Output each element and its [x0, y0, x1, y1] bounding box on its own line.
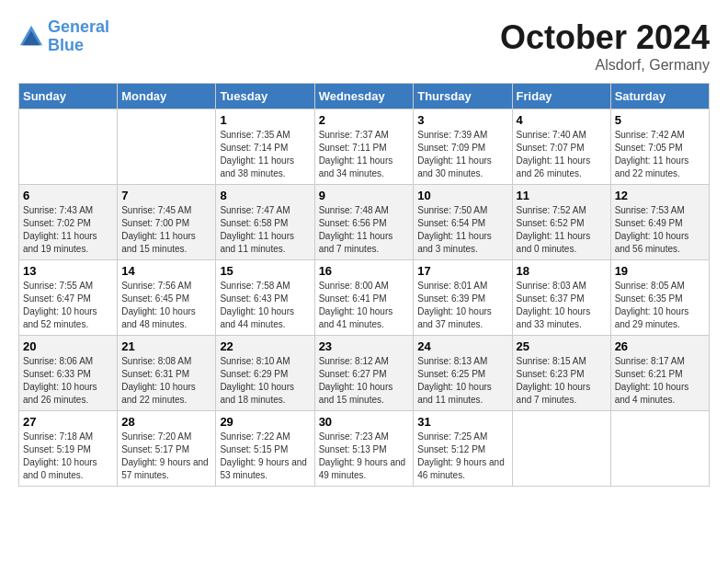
day-cell: 26Sunrise: 8:17 AMSunset: 6:21 PMDayligh… — [610, 336, 709, 411]
day-info: Sunrise: 8:01 AMSunset: 6:39 PMDaylight:… — [417, 280, 507, 331]
header-cell-sunday: Sunday — [19, 84, 118, 109]
day-info: Sunrise: 7:42 AMSunset: 7:05 PMDaylight:… — [615, 129, 705, 180]
day-number: 26 — [615, 339, 705, 353]
day-cell: 16Sunrise: 8:00 AMSunset: 6:41 PMDayligh… — [314, 260, 414, 336]
day-number: 16 — [319, 264, 410, 278]
day-cell: 20Sunrise: 8:06 AMSunset: 6:33 PMDayligh… — [19, 336, 118, 411]
day-number: 27 — [23, 415, 113, 429]
day-info: Sunrise: 8:08 AMSunset: 6:31 PMDaylight:… — [121, 355, 211, 407]
day-cell: 15Sunrise: 7:58 AMSunset: 6:43 PMDayligh… — [216, 260, 314, 336]
header-cell-monday: Monday — [118, 84, 216, 109]
day-info: Sunrise: 8:17 AMSunset: 6:21 PMDaylight:… — [615, 355, 705, 407]
day-number: 13 — [23, 264, 113, 278]
day-cell: 13Sunrise: 7:55 AMSunset: 6:47 PMDayligh… — [19, 260, 118, 336]
day-number: 24 — [417, 339, 507, 353]
day-cell: 8Sunrise: 7:47 AMSunset: 6:58 PMDaylight… — [216, 185, 314, 260]
day-info: Sunrise: 7:56 AMSunset: 6:45 PMDaylight:… — [121, 280, 211, 331]
day-cell: 2Sunrise: 7:37 AMSunset: 7:11 PMDaylight… — [314, 109, 414, 185]
day-cell — [19, 109, 118, 185]
day-info: Sunrise: 7:43 AMSunset: 7:02 PMDaylight:… — [23, 204, 113, 256]
day-cell: 17Sunrise: 8:01 AMSunset: 6:39 PMDayligh… — [414, 260, 512, 336]
day-number: 3 — [417, 113, 507, 127]
day-number: 6 — [23, 189, 113, 202]
day-info: Sunrise: 8:06 AMSunset: 6:33 PMDaylight:… — [23, 355, 113, 407]
header-cell-friday: Friday — [512, 84, 610, 109]
page-header: General Blue October 2024 Alsdorf, Germa… — [18, 18, 710, 74]
day-cell: 10Sunrise: 7:50 AMSunset: 6:54 PMDayligh… — [414, 185, 512, 260]
day-info: Sunrise: 8:10 AMSunset: 6:29 PMDaylight:… — [220, 355, 310, 407]
day-info: Sunrise: 7:37 AMSunset: 7:11 PMDaylight:… — [319, 129, 410, 180]
day-cell: 5Sunrise: 7:42 AMSunset: 7:05 PMDaylight… — [610, 109, 709, 185]
day-number: 21 — [121, 339, 211, 353]
day-info: Sunrise: 7:58 AMSunset: 6:43 PMDaylight:… — [220, 280, 310, 331]
title-block: October 2024 Alsdorf, Germany — [500, 18, 710, 74]
header-cell-tuesday: Tuesday — [216, 84, 314, 109]
day-number: 20 — [23, 339, 113, 353]
day-info: Sunrise: 8:15 AMSunset: 6:23 PMDaylight:… — [517, 355, 607, 407]
day-info: Sunrise: 7:47 AMSunset: 6:58 PMDaylight:… — [220, 204, 310, 256]
day-cell: 29Sunrise: 7:22 AMSunset: 5:15 PMDayligh… — [216, 411, 314, 487]
day-cell — [512, 411, 610, 487]
day-info: Sunrise: 7:52 AMSunset: 6:52 PMDaylight:… — [517, 204, 607, 256]
day-cell: 11Sunrise: 7:52 AMSunset: 6:52 PMDayligh… — [512, 185, 610, 260]
day-cell: 21Sunrise: 8:08 AMSunset: 6:31 PMDayligh… — [118, 336, 216, 411]
day-info: Sunrise: 8:12 AMSunset: 6:27 PMDaylight:… — [319, 355, 410, 407]
day-number: 14 — [121, 264, 211, 278]
week-row-2: 6Sunrise: 7:43 AMSunset: 7:02 PMDaylight… — [19, 185, 710, 260]
day-number: 19 — [615, 264, 705, 278]
day-number: 7 — [121, 189, 211, 202]
day-number: 17 — [417, 264, 507, 278]
day-info: Sunrise: 7:18 AMSunset: 5:19 PMDaylight:… — [23, 431, 113, 482]
day-number: 2 — [319, 113, 410, 127]
location: Alsdorf, Germany — [500, 57, 710, 74]
day-number: 5 — [615, 113, 705, 127]
day-number: 25 — [517, 339, 607, 353]
day-cell: 3Sunrise: 7:39 AMSunset: 7:09 PMDaylight… — [414, 109, 512, 185]
logo-icon — [18, 24, 44, 50]
week-row-5: 27Sunrise: 7:18 AMSunset: 5:19 PMDayligh… — [19, 411, 710, 487]
day-number: 4 — [517, 113, 607, 127]
day-info: Sunrise: 7:23 AMSunset: 5:13 PMDaylight:… — [319, 431, 410, 482]
day-cell: 30Sunrise: 7:23 AMSunset: 5:13 PMDayligh… — [314, 411, 414, 487]
day-number: 11 — [517, 189, 607, 202]
day-cell: 22Sunrise: 8:10 AMSunset: 6:29 PMDayligh… — [216, 336, 314, 411]
header-row: SundayMondayTuesdayWednesdayThursdayFrid… — [19, 84, 710, 109]
day-number: 9 — [319, 189, 410, 202]
day-number: 8 — [220, 189, 310, 202]
calendar-table: SundayMondayTuesdayWednesdayThursdayFrid… — [18, 83, 710, 487]
day-number: 30 — [319, 415, 410, 429]
day-info: Sunrise: 8:00 AMSunset: 6:41 PMDaylight:… — [319, 280, 410, 331]
week-row-3: 13Sunrise: 7:55 AMSunset: 6:47 PMDayligh… — [19, 260, 710, 336]
day-info: Sunrise: 8:03 AMSunset: 6:37 PMDaylight:… — [517, 280, 607, 331]
day-cell: 4Sunrise: 7:40 AMSunset: 7:07 PMDaylight… — [512, 109, 610, 185]
day-info: Sunrise: 7:22 AMSunset: 5:15 PMDaylight:… — [220, 431, 310, 482]
day-cell: 27Sunrise: 7:18 AMSunset: 5:19 PMDayligh… — [19, 411, 118, 487]
day-cell: 23Sunrise: 8:12 AMSunset: 6:27 PMDayligh… — [314, 336, 414, 411]
day-number: 12 — [615, 189, 705, 202]
day-number: 10 — [417, 189, 507, 202]
day-cell: 6Sunrise: 7:43 AMSunset: 7:02 PMDaylight… — [19, 185, 118, 260]
day-info: Sunrise: 7:20 AMSunset: 5:17 PMDaylight:… — [121, 431, 211, 482]
day-cell: 12Sunrise: 7:53 AMSunset: 6:49 PMDayligh… — [610, 185, 709, 260]
week-row-4: 20Sunrise: 8:06 AMSunset: 6:33 PMDayligh… — [19, 336, 710, 411]
day-info: Sunrise: 7:25 AMSunset: 5:12 PMDaylight:… — [417, 431, 507, 482]
day-number: 23 — [319, 339, 410, 353]
logo-text: General Blue — [48, 18, 109, 55]
day-info: Sunrise: 7:55 AMSunset: 6:47 PMDaylight:… — [23, 280, 113, 331]
day-cell: 31Sunrise: 7:25 AMSunset: 5:12 PMDayligh… — [414, 411, 512, 487]
day-number: 28 — [121, 415, 211, 429]
day-number: 18 — [517, 264, 607, 278]
day-cell: 18Sunrise: 8:03 AMSunset: 6:37 PMDayligh… — [512, 260, 610, 336]
day-number: 22 — [220, 339, 310, 353]
day-number: 15 — [220, 264, 310, 278]
header-cell-saturday: Saturday — [610, 84, 709, 109]
header-cell-wednesday: Wednesday — [314, 84, 414, 109]
day-info: Sunrise: 7:50 AMSunset: 6:54 PMDaylight:… — [417, 204, 507, 256]
day-info: Sunrise: 7:35 AMSunset: 7:14 PMDaylight:… — [220, 129, 310, 180]
day-cell: 14Sunrise: 7:56 AMSunset: 6:45 PMDayligh… — [118, 260, 216, 336]
day-number: 29 — [220, 415, 310, 429]
day-cell — [118, 109, 216, 185]
day-cell: 7Sunrise: 7:45 AMSunset: 7:00 PMDaylight… — [118, 185, 216, 260]
day-info: Sunrise: 7:48 AMSunset: 6:56 PMDaylight:… — [319, 204, 410, 256]
day-cell: 25Sunrise: 8:15 AMSunset: 6:23 PMDayligh… — [512, 336, 610, 411]
